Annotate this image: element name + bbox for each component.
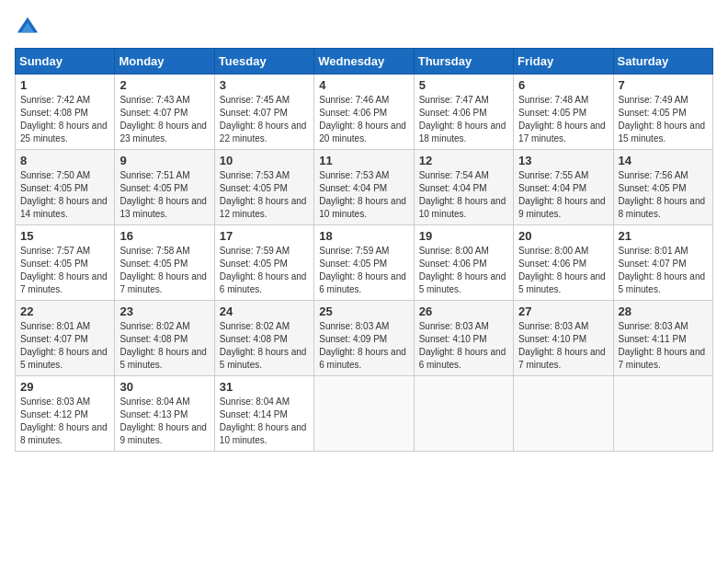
day-detail: Sunrise: 8:00 AMSunset: 4:06 PMDaylight:… [518, 246, 606, 294]
day-number: 31 [220, 380, 309, 394]
day-number: 30 [119, 380, 209, 394]
day-number: 19 [419, 229, 508, 243]
day-detail: Sunrise: 8:03 AMSunset: 4:10 PMDaylight:… [419, 321, 506, 370]
day-number: 15 [20, 229, 109, 243]
day-number: 29 [20, 380, 109, 394]
day-detail: Sunrise: 8:04 AMSunset: 4:13 PMDaylight:… [119, 396, 207, 445]
day-number: 24 [220, 304, 309, 318]
day-number: 5 [419, 78, 508, 92]
day-detail: Sunrise: 7:53 AMSunset: 4:04 PMDaylight:… [319, 170, 406, 219]
day-cell: 18 Sunrise: 7:59 AMSunset: 4:05 PMDaylig… [314, 225, 414, 301]
logo-icon [15, 15, 40, 40]
day-number: 16 [119, 229, 209, 243]
day-detail: Sunrise: 7:48 AMSunset: 4:05 PMDaylight:… [518, 95, 606, 144]
day-number: 20 [518, 229, 608, 243]
day-cell: 27 Sunrise: 8:03 AMSunset: 4:10 PMDaylig… [514, 301, 613, 376]
day-number: 7 [619, 78, 708, 92]
weekday-header-sunday: Sunday [16, 49, 115, 75]
day-cell: 22 Sunrise: 8:01 AMSunset: 4:07 PMDaylig… [16, 301, 115, 376]
header [15, 15, 713, 40]
day-detail: Sunrise: 8:03 AMSunset: 4:09 PMDaylight:… [319, 321, 406, 370]
day-cell: 20 Sunrise: 8:00 AMSunset: 4:06 PMDaylig… [514, 225, 613, 301]
day-detail: Sunrise: 8:01 AMSunset: 4:07 PMDaylight:… [20, 321, 108, 370]
weekday-header-monday: Monday [115, 49, 214, 75]
day-detail: Sunrise: 8:03 AMSunset: 4:11 PMDaylight:… [619, 321, 706, 370]
week-row-2: 8 Sunrise: 7:50 AMSunset: 4:05 PMDayligh… [16, 150, 713, 225]
day-number: 10 [220, 154, 309, 167]
day-detail: Sunrise: 8:03 AMSunset: 4:10 PMDaylight:… [518, 321, 606, 370]
day-number: 4 [319, 78, 408, 92]
day-cell: 19 Sunrise: 8:00 AMSunset: 4:06 PMDaylig… [414, 225, 513, 301]
day-detail: Sunrise: 7:43 AMSunset: 4:07 PMDaylight:… [119, 95, 207, 144]
day-cell: 9 Sunrise: 7:51 AMSunset: 4:05 PMDayligh… [115, 150, 214, 225]
calendar: SundayMondayTuesdayWednesdayThursdayFrid… [15, 48, 713, 452]
day-detail: Sunrise: 7:55 AMSunset: 4:04 PMDaylight:… [518, 170, 606, 219]
day-cell: 6 Sunrise: 7:48 AMSunset: 4:05 PMDayligh… [514, 75, 613, 150]
week-row-1: 1 Sunrise: 7:42 AMSunset: 4:08 PMDayligh… [16, 75, 713, 150]
day-detail: Sunrise: 7:57 AMSunset: 4:05 PMDaylight:… [20, 246, 108, 294]
weekday-header-tuesday: Tuesday [214, 49, 313, 75]
day-detail: Sunrise: 7:59 AMSunset: 4:05 PMDaylight:… [319, 246, 406, 294]
day-number: 13 [518, 154, 608, 167]
day-cell: 23 Sunrise: 8:02 AMSunset: 4:08 PMDaylig… [115, 301, 214, 376]
day-number: 18 [319, 229, 408, 243]
day-cell: 25 Sunrise: 8:03 AMSunset: 4:09 PMDaylig… [314, 301, 414, 376]
day-number: 8 [20, 154, 109, 167]
day-cell: 10 Sunrise: 7:53 AMSunset: 4:05 PMDaylig… [214, 150, 313, 225]
day-number: 25 [319, 304, 408, 318]
weekday-header-row: SundayMondayTuesdayWednesdayThursdayFrid… [16, 49, 713, 75]
day-number: 22 [20, 304, 109, 318]
day-detail: Sunrise: 7:49 AMSunset: 4:05 PMDaylight:… [619, 95, 706, 144]
day-cell [613, 376, 712, 452]
day-cell [514, 376, 613, 452]
day-detail: Sunrise: 8:00 AMSunset: 4:06 PMDaylight:… [419, 246, 506, 294]
day-detail: Sunrise: 8:01 AMSunset: 4:07 PMDaylight:… [619, 246, 706, 294]
weekday-header-friday: Friday [514, 49, 613, 75]
day-detail: Sunrise: 8:02 AMSunset: 4:08 PMDaylight:… [220, 321, 307, 370]
logo [15, 15, 44, 40]
day-number: 2 [119, 78, 209, 92]
day-cell: 11 Sunrise: 7:53 AMSunset: 4:04 PMDaylig… [314, 150, 414, 225]
day-number: 6 [518, 78, 608, 92]
day-number: 28 [619, 304, 708, 318]
day-cell: 14 Sunrise: 7:56 AMSunset: 4:05 PMDaylig… [613, 150, 712, 225]
day-detail: Sunrise: 7:51 AMSunset: 4:05 PMDaylight:… [119, 170, 207, 219]
day-detail: Sunrise: 7:46 AMSunset: 4:06 PMDaylight:… [319, 95, 406, 144]
week-row-5: 29 Sunrise: 8:03 AMSunset: 4:12 PMDaylig… [16, 376, 713, 452]
weekday-header-wednesday: Wednesday [314, 49, 414, 75]
day-detail: Sunrise: 7:59 AMSunset: 4:05 PMDaylight:… [220, 246, 307, 294]
day-cell [314, 376, 414, 452]
weekday-header-thursday: Thursday [414, 49, 513, 75]
day-cell: 26 Sunrise: 8:03 AMSunset: 4:10 PMDaylig… [414, 301, 513, 376]
day-number: 26 [419, 304, 508, 318]
day-detail: Sunrise: 7:56 AMSunset: 4:05 PMDaylight:… [619, 170, 706, 219]
day-number: 23 [119, 304, 209, 318]
day-cell: 2 Sunrise: 7:43 AMSunset: 4:07 PMDayligh… [115, 75, 214, 150]
day-detail: Sunrise: 7:53 AMSunset: 4:05 PMDaylight:… [220, 170, 307, 219]
day-detail: Sunrise: 7:50 AMSunset: 4:05 PMDaylight:… [20, 170, 108, 219]
day-number: 11 [319, 154, 408, 167]
day-detail: Sunrise: 7:47 AMSunset: 4:06 PMDaylight:… [419, 95, 506, 144]
day-detail: Sunrise: 8:02 AMSunset: 4:08 PMDaylight:… [119, 321, 207, 370]
day-cell: 24 Sunrise: 8:02 AMSunset: 4:08 PMDaylig… [214, 301, 313, 376]
day-cell: 3 Sunrise: 7:45 AMSunset: 4:07 PMDayligh… [214, 75, 313, 150]
day-number: 12 [419, 154, 508, 167]
week-row-4: 22 Sunrise: 8:01 AMSunset: 4:07 PMDaylig… [16, 301, 713, 376]
week-row-3: 15 Sunrise: 7:57 AMSunset: 4:05 PMDaylig… [16, 225, 713, 301]
day-number: 9 [119, 154, 209, 167]
day-detail: Sunrise: 7:42 AMSunset: 4:08 PMDaylight:… [20, 95, 108, 144]
day-number: 27 [518, 304, 608, 318]
day-number: 1 [20, 78, 109, 92]
day-cell: 12 Sunrise: 7:54 AMSunset: 4:04 PMDaylig… [414, 150, 513, 225]
day-cell: 13 Sunrise: 7:55 AMSunset: 4:04 PMDaylig… [514, 150, 613, 225]
day-cell: 1 Sunrise: 7:42 AMSunset: 4:08 PMDayligh… [16, 75, 115, 150]
day-cell: 15 Sunrise: 7:57 AMSunset: 4:05 PMDaylig… [16, 225, 115, 301]
day-number: 14 [619, 154, 708, 167]
day-cell: 31 Sunrise: 8:04 AMSunset: 4:14 PMDaylig… [214, 376, 313, 452]
day-cell [414, 376, 513, 452]
day-number: 17 [220, 229, 309, 243]
day-cell: 16 Sunrise: 7:58 AMSunset: 4:05 PMDaylig… [115, 225, 214, 301]
day-cell: 29 Sunrise: 8:03 AMSunset: 4:12 PMDaylig… [16, 376, 115, 452]
day-cell: 8 Sunrise: 7:50 AMSunset: 4:05 PMDayligh… [16, 150, 115, 225]
day-detail: Sunrise: 8:04 AMSunset: 4:14 PMDaylight:… [220, 396, 307, 445]
